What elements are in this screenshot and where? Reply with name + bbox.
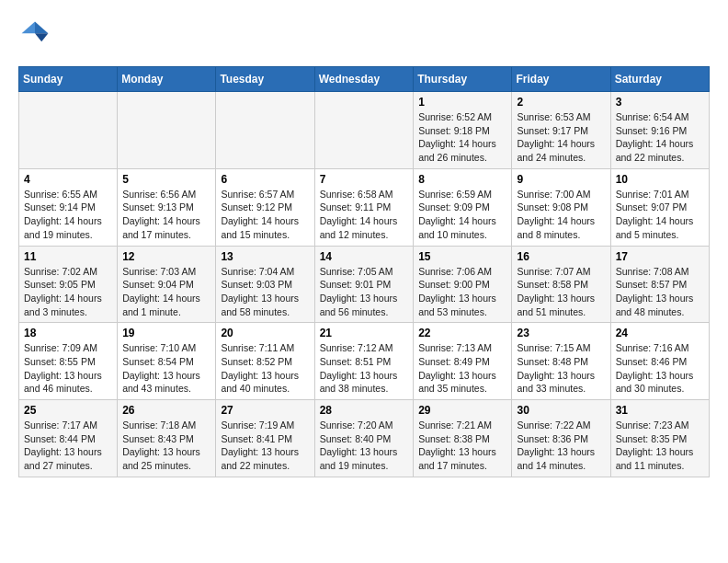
svg-marker-1 [35, 33, 48, 41]
day-info: Sunrise: 7:18 AM Sunset: 8:43 PM Dayligh… [122, 419, 210, 473]
day-number: 19 [122, 327, 210, 339]
logo-icon [18, 18, 51, 52]
calendar-cell: 27Sunrise: 7:19 AM Sunset: 8:41 PM Dayli… [216, 400, 314, 477]
calendar-week-3: 11Sunrise: 7:02 AM Sunset: 9:05 PM Dayli… [19, 246, 710, 323]
day-info: Sunrise: 6:53 AM Sunset: 9:17 PM Dayligh… [517, 110, 605, 165]
calendar-cell: 19Sunrise: 7:10 AM Sunset: 8:54 PM Dayli… [118, 323, 216, 400]
day-number: 25 [24, 404, 112, 417]
calendar-cell: 3Sunrise: 6:54 AM Sunset: 9:16 PM Daylig… [610, 92, 709, 169]
day-number: 18 [24, 327, 112, 339]
day-info: Sunrise: 7:09 AM Sunset: 8:55 PM Dayligh… [24, 341, 112, 396]
calendar-table: SundayMondayTuesdayWednesdayThursdayFrid… [18, 66, 710, 477]
day-info: Sunrise: 7:05 AM Sunset: 9:01 PM Dayligh… [320, 265, 409, 319]
day-info: Sunrise: 7:07 AM Sunset: 8:58 PM Dayligh… [517, 265, 605, 319]
calendar-cell: 29Sunrise: 7:21 AM Sunset: 8:38 PM Dayli… [414, 400, 512, 477]
page-header [18, 18, 710, 52]
weekday-header-sunday: Sunday [19, 67, 118, 92]
calendar-cell: 9Sunrise: 7:00 AM Sunset: 9:08 PM Daylig… [512, 168, 610, 246]
day-info: Sunrise: 6:55 AM Sunset: 9:14 PM Dayligh… [24, 188, 112, 242]
calendar-cell: 21Sunrise: 7:12 AM Sunset: 8:51 PM Dayli… [314, 323, 414, 400]
calendar-cell: 6Sunrise: 6:57 AM Sunset: 9:12 PM Daylig… [216, 168, 314, 246]
calendar-cell: 17Sunrise: 7:08 AM Sunset: 8:57 PM Dayli… [610, 246, 709, 323]
day-info: Sunrise: 6:58 AM Sunset: 9:11 PM Dayligh… [320, 188, 409, 242]
day-info: Sunrise: 6:57 AM Sunset: 9:12 PM Dayligh… [221, 188, 309, 242]
calendar-cell: 11Sunrise: 7:02 AM Sunset: 9:05 PM Dayli… [19, 246, 118, 323]
calendar-cell: 10Sunrise: 7:01 AM Sunset: 9:07 PM Dayli… [610, 168, 709, 246]
calendar-cell: 24Sunrise: 7:16 AM Sunset: 8:46 PM Dayli… [610, 323, 709, 400]
day-number: 4 [24, 173, 112, 186]
calendar-cell: 8Sunrise: 6:59 AM Sunset: 9:09 PM Daylig… [414, 168, 512, 246]
day-info: Sunrise: 7:10 AM Sunset: 8:54 PM Dayligh… [122, 341, 210, 396]
calendar-cell: 18Sunrise: 7:09 AM Sunset: 8:55 PM Dayli… [19, 323, 118, 400]
svg-marker-0 [35, 22, 48, 34]
svg-marker-2 [22, 22, 35, 34]
day-info: Sunrise: 7:02 AM Sunset: 9:05 PM Dayligh… [24, 265, 112, 319]
day-info: Sunrise: 7:03 AM Sunset: 9:04 PM Dayligh… [122, 265, 210, 319]
day-number: 23 [517, 327, 605, 339]
day-info: Sunrise: 7:17 AM Sunset: 8:44 PM Dayligh… [24, 419, 112, 473]
day-number: 27 [221, 404, 309, 417]
weekday-header-monday: Monday [118, 67, 216, 92]
day-number: 22 [418, 327, 506, 339]
day-info: Sunrise: 6:54 AM Sunset: 9:16 PM Dayligh… [616, 110, 704, 165]
logo [18, 18, 55, 52]
day-info: Sunrise: 7:22 AM Sunset: 8:36 PM Dayligh… [517, 419, 605, 473]
day-info: Sunrise: 7:19 AM Sunset: 8:41 PM Dayligh… [221, 419, 309, 473]
day-number: 7 [320, 173, 409, 186]
calendar-cell: 4Sunrise: 6:55 AM Sunset: 9:14 PM Daylig… [19, 168, 118, 246]
day-number: 3 [616, 96, 704, 109]
day-info: Sunrise: 7:20 AM Sunset: 8:40 PM Dayligh… [320, 419, 409, 473]
day-info: Sunrise: 7:04 AM Sunset: 9:03 PM Dayligh… [221, 265, 309, 319]
calendar-cell: 2Sunrise: 6:53 AM Sunset: 9:17 PM Daylig… [512, 92, 610, 169]
day-info: Sunrise: 7:12 AM Sunset: 8:51 PM Dayligh… [320, 341, 409, 396]
calendar-cell: 16Sunrise: 7:07 AM Sunset: 8:58 PM Dayli… [512, 246, 610, 323]
day-info: Sunrise: 7:21 AM Sunset: 8:38 PM Dayligh… [418, 419, 506, 473]
day-number: 11 [24, 250, 112, 263]
calendar-cell [216, 92, 314, 169]
calendar-cell: 7Sunrise: 6:58 AM Sunset: 9:11 PM Daylig… [314, 168, 414, 246]
calendar-week-4: 18Sunrise: 7:09 AM Sunset: 8:55 PM Dayli… [19, 323, 710, 400]
day-info: Sunrise: 7:00 AM Sunset: 9:08 PM Dayligh… [517, 188, 605, 242]
day-number: 10 [616, 173, 704, 186]
calendar-cell: 22Sunrise: 7:13 AM Sunset: 8:49 PM Dayli… [414, 323, 512, 400]
calendar-cell [314, 92, 414, 169]
day-info: Sunrise: 6:52 AM Sunset: 9:18 PM Dayligh… [418, 110, 506, 165]
day-number: 6 [221, 173, 309, 186]
day-number: 5 [122, 173, 210, 186]
calendar-cell: 15Sunrise: 7:06 AM Sunset: 9:00 PM Dayli… [414, 246, 512, 323]
calendar-week-2: 4Sunrise: 6:55 AM Sunset: 9:14 PM Daylig… [19, 168, 710, 246]
day-number: 13 [221, 250, 309, 263]
calendar-cell: 28Sunrise: 7:20 AM Sunset: 8:40 PM Dayli… [314, 400, 414, 477]
weekday-header-wednesday: Wednesday [314, 67, 414, 92]
day-info: Sunrise: 6:56 AM Sunset: 9:13 PM Dayligh… [122, 188, 210, 242]
day-number: 14 [320, 250, 409, 263]
weekday-header-friday: Friday [512, 67, 610, 92]
day-info: Sunrise: 7:23 AM Sunset: 8:35 PM Dayligh… [616, 419, 704, 473]
calendar-cell: 26Sunrise: 7:18 AM Sunset: 8:43 PM Dayli… [118, 400, 216, 477]
calendar-week-1: 1Sunrise: 6:52 AM Sunset: 9:18 PM Daylig… [19, 92, 710, 169]
weekday-header-saturday: Saturday [610, 67, 709, 92]
day-info: Sunrise: 6:59 AM Sunset: 9:09 PM Dayligh… [418, 188, 506, 242]
calendar-cell: 13Sunrise: 7:04 AM Sunset: 9:03 PM Dayli… [216, 246, 314, 323]
calendar-cell: 12Sunrise: 7:03 AM Sunset: 9:04 PM Dayli… [118, 246, 216, 323]
calendar-cell: 25Sunrise: 7:17 AM Sunset: 8:44 PM Dayli… [19, 400, 118, 477]
day-number: 26 [122, 404, 210, 417]
day-number: 17 [616, 250, 704, 263]
calendar-cell: 20Sunrise: 7:11 AM Sunset: 8:52 PM Dayli… [216, 323, 314, 400]
calendar-cell: 23Sunrise: 7:15 AM Sunset: 8:48 PM Dayli… [512, 323, 610, 400]
weekday-header-thursday: Thursday [414, 67, 512, 92]
day-number: 30 [517, 404, 605, 417]
day-info: Sunrise: 7:08 AM Sunset: 8:57 PM Dayligh… [616, 265, 704, 319]
calendar-cell: 1Sunrise: 6:52 AM Sunset: 9:18 PM Daylig… [414, 92, 512, 169]
day-number: 28 [320, 404, 409, 417]
day-info: Sunrise: 7:06 AM Sunset: 9:00 PM Dayligh… [418, 265, 506, 319]
calendar-cell: 31Sunrise: 7:23 AM Sunset: 8:35 PM Dayli… [610, 400, 709, 477]
day-number: 20 [221, 327, 309, 339]
day-number: 1 [418, 96, 506, 109]
day-number: 12 [122, 250, 210, 263]
day-info: Sunrise: 7:13 AM Sunset: 8:49 PM Dayligh… [418, 341, 506, 396]
day-number: 29 [418, 404, 506, 417]
day-number: 15 [418, 250, 506, 263]
day-number: 31 [616, 404, 704, 417]
day-number: 24 [616, 327, 704, 339]
